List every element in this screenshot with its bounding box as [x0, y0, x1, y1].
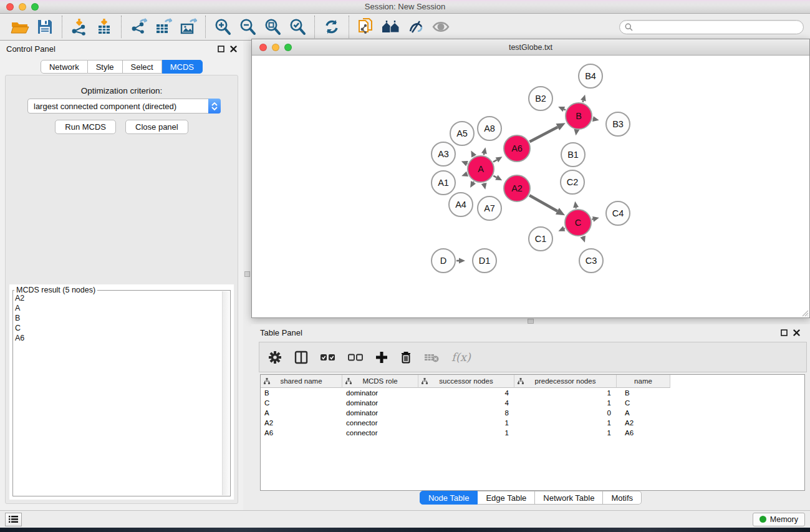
result-item[interactable]: A2 — [15, 293, 221, 303]
graph-node-A1[interactable]: A1 — [432, 171, 455, 195]
function-builder-button[interactable]: f(x) — [451, 351, 471, 364]
tab-select[interactable]: Select — [123, 60, 162, 74]
result-item[interactable]: A6 — [15, 333, 221, 343]
column-header-predecessor-nodes[interactable]: predecessor nodes — [514, 375, 617, 388]
mcds-result-list[interactable]: A2ABCA6 — [15, 293, 221, 495]
table-row[interactable]: A6connector11A6 — [261, 428, 804, 438]
float-panel-icon[interactable] — [781, 329, 788, 336]
graph-node-C4[interactable]: C4 — [606, 201, 630, 225]
tab-network[interactable]: Network — [41, 60, 88, 74]
table-cell[interactable]: A6 — [261, 428, 342, 438]
zoom-in-button[interactable] — [210, 15, 235, 39]
graph-node-B2[interactable]: B2 — [529, 87, 552, 110]
zoom-selected-button[interactable] — [285, 15, 310, 39]
tab-motifs[interactable]: Motifs — [603, 491, 642, 505]
graph-node-A5[interactable]: A5 — [450, 122, 474, 145]
table-cell[interactable]: dominator — [342, 388, 418, 398]
table-cell[interactable]: A2 — [617, 418, 670, 428]
column-header-shared-name[interactable]: shared name — [261, 375, 342, 388]
table-row[interactable]: A2connector11A2 — [261, 418, 804, 428]
graph-edge-A2-C[interactable] — [529, 195, 557, 211]
result-scrollbar[interactable] — [222, 291, 229, 495]
graph-node-C2[interactable]: C2 — [561, 170, 584, 194]
table-cell[interactable]: C — [617, 398, 670, 408]
split-view-button[interactable] — [294, 351, 308, 364]
table-cell[interactable]: 1 — [514, 398, 617, 408]
save-session-button[interactable] — [32, 15, 57, 39]
horizontal-splitter-handle[interactable] — [528, 319, 534, 324]
float-panel-icon[interactable] — [218, 46, 224, 52]
birds-eye-view-button[interactable] — [428, 15, 453, 39]
tab-style[interactable]: Style — [88, 60, 123, 74]
select-all-columns-button[interactable] — [321, 354, 335, 361]
graph-node-A8[interactable]: A8 — [478, 117, 501, 140]
column-header-successor-nodes[interactable]: successor nodes — [418, 375, 514, 388]
graph-edge-C-C1[interactable] — [564, 228, 565, 229]
create-column-button[interactable] — [375, 351, 388, 364]
graph-edge-A-A4[interactable] — [473, 181, 474, 182]
refresh-button[interactable] — [319, 15, 344, 39]
close-panel-button[interactable]: Close panel — [125, 120, 188, 134]
tab-network-table[interactable]: Network Table — [535, 491, 603, 505]
result-item[interactable]: C — [15, 323, 221, 333]
graph-node-B3[interactable]: B3 — [606, 112, 630, 136]
home-button[interactable] — [378, 15, 403, 39]
table-cell[interactable]: 1 — [514, 418, 617, 428]
graph-node-B4[interactable]: B4 — [579, 64, 602, 88]
table-cell[interactable]: B — [261, 388, 342, 398]
network-window-titlebar[interactable]: testGlobe.txt — [252, 39, 809, 56]
graph-node-C[interactable]: C — [565, 210, 591, 236]
search-input[interactable] — [636, 22, 798, 31]
table-cell[interactable]: 1 — [514, 388, 617, 398]
graph-node-A2[interactable]: A2 — [504, 175, 530, 201]
table-cell[interactable]: dominator — [342, 408, 418, 418]
export-network-button[interactable] — [126, 15, 151, 39]
delete-column-button[interactable] — [400, 351, 412, 364]
network-canvas[interactable]: B4B2BB3A8A5A6A3B1AA1C2A2A4A7C4CC1C3DD1 — [252, 56, 809, 317]
graph-node-C1[interactable]: C1 — [529, 227, 552, 251]
graph-edge-B-B4[interactable] — [583, 100, 584, 102]
tab-mcds[interactable]: MCDS — [162, 60, 203, 74]
table-cell[interactable]: B — [617, 388, 670, 398]
table-cell[interactable]: connector — [342, 428, 418, 438]
task-history-button[interactable] — [5, 513, 22, 526]
result-item[interactable]: A — [15, 303, 221, 313]
table-cell[interactable]: 1 — [418, 428, 514, 438]
resize-grip-icon[interactable] — [801, 309, 809, 317]
import-table-button[interactable] — [92, 15, 117, 39]
tab-node-table[interactable]: Node Table — [420, 491, 478, 505]
graph-node-A4[interactable]: A4 — [449, 193, 473, 216]
graph-node-A7[interactable]: A7 — [478, 196, 501, 220]
graph-node-B[interactable]: B — [566, 103, 592, 129]
table-settings-button[interactable] — [268, 351, 282, 364]
table-cell[interactable]: 4 — [418, 388, 514, 398]
table-cell[interactable]: A2 — [261, 418, 342, 428]
table-cell[interactable]: 0 — [514, 408, 617, 418]
graph-node-A[interactable]: A — [468, 156, 494, 182]
table-cell[interactable]: A — [261, 408, 342, 418]
graph-node-A6[interactable]: A6 — [504, 135, 530, 162]
table-cell[interactable]: 1 — [514, 428, 617, 438]
close-panel-icon[interactable] — [230, 46, 237, 52]
network-graph[interactable]: B4B2BB3A8A5A6A3B1AA1C2A2A4A7C4CC1C3DD1 — [252, 56, 809, 317]
delete-table-button[interactable] — [424, 352, 439, 362]
new-network-from-selection-button[interactable] — [354, 15, 378, 39]
table-cell[interactable]: A — [617, 408, 670, 418]
graph-node-D1[interactable]: D1 — [473, 249, 496, 273]
table-cell[interactable]: A6 — [617, 428, 670, 438]
graph-edge-A-A8[interactable] — [484, 153, 485, 155]
hide-graphics-details-button[interactable] — [403, 15, 428, 39]
optimization-criterion-select[interactable]: largest connected component (directed) — [27, 99, 221, 114]
import-network-button[interactable] — [67, 15, 92, 39]
graph-edge-A6-B[interactable] — [529, 127, 557, 142]
table-cell[interactable]: 4 — [418, 398, 514, 408]
close-panel-icon[interactable] — [793, 329, 800, 336]
table-cell[interactable]: connector — [342, 418, 418, 428]
graph-edge-A-A6[interactable] — [493, 160, 497, 162]
graph-node-D[interactable]: D — [432, 249, 455, 273]
table-cell[interactable]: 1 — [418, 418, 514, 428]
column-header-name[interactable]: name — [617, 375, 670, 388]
vertical-splitter-handle[interactable] — [244, 271, 250, 277]
column-header-MCDS-role[interactable]: MCDS role — [342, 375, 418, 388]
export-image-button[interactable] — [176, 15, 201, 39]
